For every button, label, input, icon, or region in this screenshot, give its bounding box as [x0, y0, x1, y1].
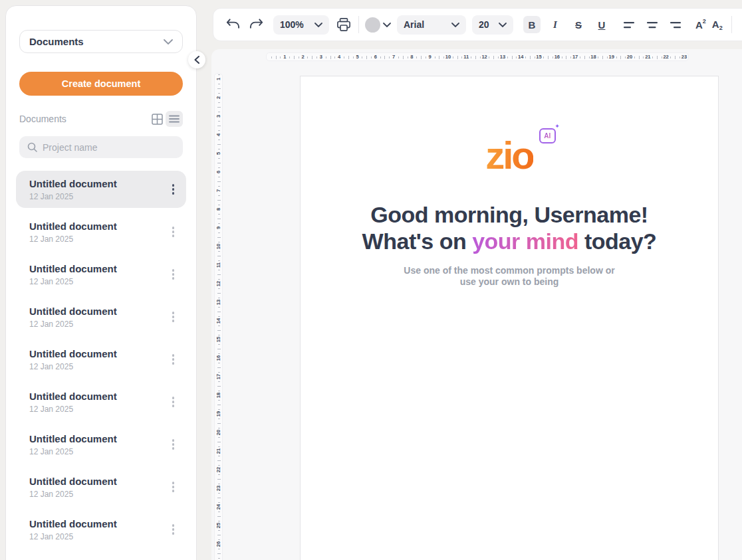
document-list-item[interactable]: Untitled document 12 Jan 2025: [16, 468, 186, 506]
document-item-texts: Untitled document 12 Jan 2025: [29, 347, 170, 372]
document-menu-button[interactable]: [170, 436, 178, 452]
ai-badge: AI: [539, 128, 556, 143]
document-menu-button[interactable]: [170, 181, 178, 197]
document-date: 12 Jan 2025: [29, 405, 170, 415]
align-left-button[interactable]: [620, 16, 638, 33]
align-right-icon: [670, 21, 681, 29]
superscript-base: A: [695, 19, 703, 31]
document-date: 12 Jan 2025: [29, 234, 170, 244]
align-right-button[interactable]: [667, 16, 684, 33]
sparkle-icon: ✦: [555, 123, 560, 130]
chevron-down-icon: [499, 23, 507, 27]
document-date: 12 Jan 2025: [29, 277, 170, 287]
editor-toolbar: 100% Arial 20 B I S U: [213, 8, 742, 41]
document-title: Untitled document: [29, 517, 170, 531]
document-list-item[interactable]: Untitled document 12 Jan 2025: [16, 298, 186, 335]
chevron-left-icon: [194, 56, 199, 64]
document-menu-button[interactable]: [170, 266, 178, 282]
printer-icon: [336, 18, 351, 32]
subtitle-line2: use your own to being: [404, 276, 614, 288]
document-menu-button[interactable]: [170, 309, 178, 325]
page-content: zio AI ✦ Good morning, Username! What's …: [301, 76, 718, 288]
document-item-texts: Untitled document 12 Jan 2025: [29, 475, 170, 500]
document-list-item[interactable]: Untitled document 12 Jan 2025: [16, 426, 186, 463]
vertical-ruler: 1234567891011121314151617181920212223242…: [214, 73, 223, 560]
document-item-texts: Untitled document 12 Jan 2025: [29, 220, 170, 244]
editor-canvas: 1234567891011121314151617181920212223 12…: [211, 49, 742, 560]
align-center-icon: [646, 21, 658, 29]
bold-button[interactable]: B: [523, 16, 541, 33]
document-date: 12 Jan 2025: [29, 447, 170, 457]
document-date: 12 Jan 2025: [29, 532, 170, 542]
italic-button[interactable]: I: [547, 16, 564, 33]
document-list-item[interactable]: Untitled document 12 Jan 2025: [16, 171, 186, 208]
document-menu-button[interactable]: [170, 521, 178, 537]
document-item-texts: Untitled document 12 Jan 2025: [29, 305, 170, 329]
sidebar: Documents Create document Documents Unti…: [5, 5, 197, 560]
document-item-texts: Untitled document 12 Jan 2025: [29, 390, 170, 415]
align-center-button[interactable]: [644, 16, 661, 33]
text-color-picker[interactable]: [365, 17, 391, 33]
superscript-exp: 2: [703, 18, 706, 25]
greeting-heading: Good morning, Username! What's on your m…: [362, 201, 657, 254]
document-date: 12 Jan 2025: [29, 362, 170, 372]
horizontal-ruler: 1234567891011121314151617181920212223: [266, 52, 689, 61]
document-title: Untitled document: [29, 177, 170, 191]
document-list-item[interactable]: Untitled document 12 Jan 2025: [16, 383, 186, 420]
align-left-icon: [623, 21, 635, 29]
document-list-item[interactable]: Untitled document 12 Jan 2025: [16, 511, 186, 548]
document-search: [19, 136, 183, 158]
greeting-line2-prefix: What's on: [362, 229, 473, 254]
document-title: Untitled document: [29, 432, 170, 446]
document-list-item[interactable]: Untitled document 12 Jan 2025: [16, 213, 186, 250]
document-date: 12 Jan 2025: [29, 192, 170, 202]
font-family-select[interactable]: Arial: [397, 15, 466, 35]
document-item-texts: Untitled document 12 Jan 2025: [29, 177, 170, 202]
zoom-value: 100%: [280, 19, 304, 30]
list-view-button[interactable]: [166, 111, 183, 127]
document-title: Untitled document: [29, 220, 170, 233]
underline-button[interactable]: U: [593, 16, 610, 33]
list-view-icon: [169, 115, 180, 123]
subscript-button[interactable]: A2: [712, 19, 723, 31]
print-button[interactable]: [335, 16, 352, 33]
document-title: Untitled document: [29, 347, 170, 361]
document-title: Untitled document: [29, 305, 170, 318]
document-menu-button[interactable]: [170, 224, 178, 240]
document-item-texts: Untitled document 12 Jan 2025: [29, 262, 170, 287]
search-icon: [27, 142, 37, 152]
document-date: 12 Jan 2025: [29, 320, 170, 329]
document-menu-button[interactable]: [170, 479, 178, 495]
greeting-line2-highlight: your mind: [472, 229, 578, 254]
undo-icon: [226, 19, 240, 31]
chevron-down-icon: [164, 39, 173, 45]
document-date: 12 Jan 2025: [29, 490, 170, 500]
strikethrough-button[interactable]: S: [570, 16, 587, 33]
search-input[interactable]: [43, 142, 175, 153]
undo-button[interactable]: [224, 16, 241, 33]
font-size-select[interactable]: 20: [472, 15, 513, 35]
toolbar-divider: [358, 16, 359, 33]
zoom-select[interactable]: 100%: [273, 15, 329, 35]
document-title: Untitled document: [29, 390, 170, 403]
greeting-line1: Good morning, Username!: [362, 201, 657, 228]
document-page[interactable]: zio AI ✦ Good morning, Username! What's …: [300, 76, 719, 560]
greeting-line2-suffix: today?: [578, 229, 656, 254]
chevron-down-icon: [451, 23, 459, 27]
documents-section-header: Documents: [19, 111, 183, 127]
workspace-selector[interactable]: Documents: [19, 30, 183, 53]
chevron-down-icon: [383, 23, 391, 27]
documents-section-title: Documents: [19, 114, 148, 124]
create-document-button[interactable]: Create document: [19, 72, 183, 96]
redo-button[interactable]: [247, 16, 265, 33]
grid-view-button[interactable]: [148, 111, 166, 127]
document-menu-button[interactable]: [170, 394, 178, 410]
document-menu-button[interactable]: [170, 351, 178, 367]
greeting-subtitle: Use one of the most common prompts below…: [404, 265, 614, 288]
document-title: Untitled document: [29, 262, 170, 276]
chevron-down-icon: [314, 23, 322, 27]
superscript-button[interactable]: A2: [695, 19, 706, 31]
document-list-item[interactable]: Untitled document 12 Jan 2025: [16, 341, 186, 378]
sidebar-collapse-button[interactable]: [188, 51, 205, 68]
document-list-item[interactable]: Untitled document 12 Jan 2025: [16, 256, 186, 293]
